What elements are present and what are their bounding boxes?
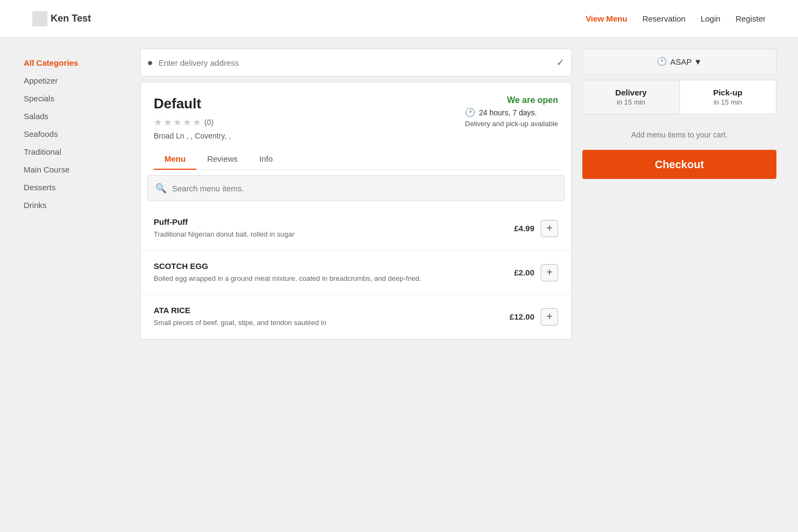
add-scotch-egg-button[interactable]: + (541, 264, 558, 281)
nav-login[interactable]: Login (700, 14, 720, 23)
pickup-option[interactable]: Pick-up in 15 min (680, 80, 776, 114)
delivery-note: Delivery and pick-up available (465, 120, 558, 128)
delivery-options: Delivery in 15 min Pick-up in 15 min (582, 80, 776, 114)
item-price-ata-rice: £12.00 (510, 312, 534, 321)
restaurant-address: Broad Ln , , Coventry, , (154, 132, 231, 140)
review-count: (0) (204, 118, 214, 127)
hours: 🕐 24 hours, 7 days. (465, 107, 558, 118)
nav: View Menu Reservation Login Register (586, 14, 766, 23)
header: Ken Test View Menu Reservation Login Reg… (0, 0, 798, 38)
menu-item: Puff-Puff Traditional Nigerian donut bal… (141, 206, 571, 251)
star-1: ★ (154, 116, 162, 128)
item-info-scotch-egg: SCOTCH EGG Boiled egg wrapped in a groun… (154, 261, 514, 284)
content: ● ✓ Default ★ ★ ★ ★ ★ (0) Broad Ln , , C… (140, 49, 572, 340)
hours-text: 24 hours, 7 days. (479, 108, 536, 117)
star-3: ★ (173, 116, 182, 128)
item-price-puff-puff: £4.99 (514, 224, 534, 233)
sidebar-item-salads[interactable]: Salads (22, 107, 129, 125)
open-label: We are open (465, 95, 558, 105)
item-right-puff-puff: £4.99 + (514, 220, 558, 237)
item-right-scotch-egg: £2.00 + (514, 264, 558, 281)
sidebar-item-specials[interactable]: Specials (22, 89, 129, 107)
delivery-option[interactable]: Delivery in 15 min (583, 80, 680, 114)
item-name-scotch-egg: SCOTCH EGG (154, 261, 514, 271)
main-layout: All Categories Appetizer Specials Salads… (0, 38, 798, 350)
tab-info[interactable]: Info (249, 149, 284, 170)
search-wrapper: 🔍 (140, 170, 572, 206)
clock-icon: 🕐 (465, 107, 476, 118)
tab-menu[interactable]: Menu (154, 149, 196, 170)
logo-icon (32, 11, 47, 26)
sidebar-item-main-course[interactable]: Main Course (22, 161, 129, 178)
open-status: We are open 🕐 24 hours, 7 days. Delivery… (465, 95, 558, 128)
nav-view-menu[interactable]: View Menu (586, 14, 627, 23)
logo: Ken Test (32, 11, 91, 26)
delivery-opt-time: in 15 min (588, 98, 674, 106)
check-icon: ✓ (556, 57, 565, 68)
item-name-ata-rice: ATA RICE (154, 306, 510, 315)
search-bar: 🔍 (147, 175, 565, 201)
sidebar-item-desserts[interactable]: Desserts (22, 178, 129, 196)
sidebar-item-seafoods[interactable]: Seafoods (22, 125, 129, 143)
sidebar: All Categories Appetizer Specials Salads… (22, 49, 129, 340)
star-4: ★ (183, 116, 191, 128)
cart-empty-message: Add menu items to your cart. (582, 122, 776, 148)
restaurant-info: Default ★ ★ ★ ★ ★ (0) Broad Ln , , Coven… (154, 95, 231, 140)
menu-items-list: Puff-Puff Traditional Nigerian donut bal… (140, 206, 572, 340)
item-desc-puff-puff: Traditional Nigerian donut ball, rolled … (154, 230, 514, 239)
delivery-bar: ● ✓ (140, 49, 572, 77)
restaurant-header: Default ★ ★ ★ ★ ★ (0) Broad Ln , , Coven… (154, 95, 558, 140)
restaurant-name: Default (154, 95, 231, 112)
sidebar-item-drinks[interactable]: Drinks (22, 196, 129, 214)
search-input[interactable] (172, 184, 556, 193)
menu-item: ATA RICE Small pieces of beef, goat, sti… (141, 295, 571, 338)
item-name-puff-puff: Puff-Puff (154, 217, 514, 226)
star-2: ★ (163, 116, 172, 128)
cart-panel: 🕐 ASAP ▼ Delivery in 15 min Pick-up in 1… (582, 49, 776, 340)
sidebar-item-all-categories[interactable]: All Categories (22, 54, 129, 72)
item-info-ata-rice: ATA RICE Small pieces of beef, goat, sti… (154, 306, 510, 328)
delivery-opt-label: Delivery (588, 88, 674, 97)
restaurant-card: Default ★ ★ ★ ★ ★ (0) Broad Ln , , Coven… (140, 82, 572, 170)
sidebar-item-traditional[interactable]: Traditional (22, 143, 129, 161)
dropdown-arrow-icon: ▼ (694, 57, 702, 66)
sidebar-item-appetizer[interactable]: Appetizer (22, 72, 129, 89)
cart-time-selector[interactable]: 🕐 ASAP ▼ (582, 49, 776, 74)
menu-tabs: Menu Reviews Info (154, 149, 558, 170)
checkout-button[interactable]: Checkout (582, 150, 776, 179)
cart-time-label: ASAP (670, 57, 692, 66)
nav-register[interactable]: Register (735, 14, 766, 23)
tab-reviews[interactable]: Reviews (196, 149, 249, 170)
menu-item: SCOTCH EGG Boiled egg wrapped in a groun… (141, 251, 571, 295)
location-icon: ● (147, 57, 153, 68)
logo-text: Ken Test (51, 13, 91, 24)
star-5: ★ (192, 116, 201, 128)
add-ata-rice-button[interactable]: + (541, 308, 558, 326)
item-right-ata-rice: £12.00 + (510, 308, 558, 326)
search-icon: 🔍 (155, 183, 167, 194)
add-puff-puff-button[interactable]: + (541, 220, 558, 237)
pickup-opt-time: in 15 min (685, 98, 771, 106)
item-price-scotch-egg: £2.00 (514, 268, 534, 277)
item-desc-ata-rice: Small pieces of beef, goat, stipe, and t… (154, 318, 510, 328)
pickup-opt-label: Pick-up (685, 88, 771, 97)
nav-reservation[interactable]: Reservation (642, 14, 685, 23)
delivery-address-input[interactable] (159, 58, 556, 67)
item-info-puff-puff: Puff-Puff Traditional Nigerian donut bal… (154, 217, 514, 239)
item-desc-scotch-egg: Boiled egg wrapped in a ground meat mixt… (154, 274, 514, 284)
time-icon: 🕐 (657, 57, 667, 66)
rating-stars: ★ ★ ★ ★ ★ (0) (154, 116, 231, 128)
